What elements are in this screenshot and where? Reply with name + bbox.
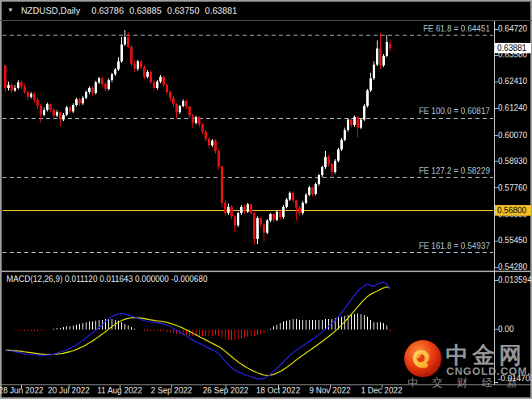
mt4-chart-window[interactable]: ▼ NZDUSD,Daily 0.63786 0.63885 0.63750 0… xyxy=(0,0,532,399)
price-chart-canvas[interactable] xyxy=(0,0,532,399)
macd-indicator-label: MACD(12,26,9) 0.011120 0.011643 0.000000… xyxy=(6,275,208,284)
